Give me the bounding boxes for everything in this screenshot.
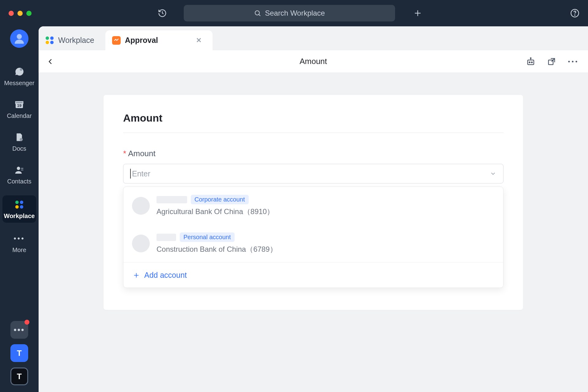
- rail-tile-tenant[interactable]: T: [10, 368, 28, 385]
- back-button[interactable]: [47, 57, 54, 66]
- account-name-placeholder: [156, 196, 187, 203]
- account-bank-line: Agricultural Bank Of China（8910）: [156, 207, 274, 217]
- window-controls: [9, 11, 32, 16]
- amount-input[interactable]: [132, 169, 490, 178]
- rail-item-contacts[interactable]: Contacts: [0, 163, 39, 187]
- notification-badge: [24, 320, 29, 325]
- minimize-window-button[interactable]: [17, 11, 23, 16]
- tile-letter: T: [17, 349, 22, 358]
- rail-label: Calendar: [7, 112, 32, 119]
- docs-icon: [15, 132, 24, 143]
- account-option[interactable]: Corporate account Agricultural Bank Of C…: [123, 187, 503, 224]
- content-pane: Workplace Approval ✕ Amount: [39, 26, 588, 392]
- chevron-down-icon[interactable]: [490, 170, 496, 177]
- svg-point-12: [20, 138, 23, 141]
- card-heading: Amount: [123, 112, 503, 133]
- calendar-date-badge: 19: [17, 103, 21, 108]
- account-option[interactable]: Personal account Construction Bank of Ch…: [123, 224, 503, 262]
- new-tab-button[interactable]: [413, 9, 422, 17]
- amount-input-wrap[interactable]: [123, 164, 503, 183]
- tab-label: Workplace: [58, 36, 94, 45]
- svg-line-1: [162, 13, 164, 14]
- svg-rect-14: [21, 168, 23, 169]
- bot-icon[interactable]: [526, 57, 535, 66]
- account-avatar: [132, 197, 150, 215]
- account-avatar: [132, 235, 150, 252]
- svg-point-24: [575, 61, 577, 62]
- account-type-badge: Personal account: [180, 232, 235, 242]
- tab-strip: Workplace Approval ✕: [39, 26, 588, 50]
- svg-rect-16: [528, 60, 534, 65]
- help-icon[interactable]: [570, 9, 579, 18]
- rail-item-docs[interactable]: Docs: [0, 130, 39, 154]
- text-caret: [130, 169, 131, 179]
- required-asterisk: *: [123, 149, 126, 158]
- page-body: Amount *Amount: [39, 73, 588, 392]
- form-card: Amount *Amount: [104, 95, 523, 310]
- add-account-label: Add account: [144, 271, 187, 280]
- more-icon: •••: [13, 233, 25, 244]
- rail-label: Messenger: [4, 80, 35, 87]
- profile-avatar[interactable]: [10, 29, 28, 48]
- account-dropdown: Corporate account Agricultural Bank Of C…: [123, 187, 503, 288]
- open-external-icon[interactable]: [547, 57, 556, 66]
- messenger-icon: [14, 66, 24, 77]
- svg-rect-15: [21, 170, 23, 171]
- maximize-window-button[interactable]: [26, 11, 32, 16]
- add-account-button[interactable]: ＋ Add account: [123, 262, 503, 288]
- svg-point-22: [568, 61, 570, 62]
- page-header: Amount: [39, 50, 588, 73]
- field-label-text: Amount: [128, 149, 156, 158]
- close-window-button[interactable]: [9, 11, 14, 16]
- search-placeholder: Search Workplace: [265, 9, 325, 17]
- tab-approval[interactable]: Approval ✕: [105, 30, 213, 50]
- svg-point-23: [572, 61, 573, 62]
- rail-item-more[interactable]: ••• More: [0, 231, 39, 255]
- svg-line-3: [259, 15, 261, 16]
- contacts-icon: [14, 164, 24, 175]
- rail-tile-app-t[interactable]: T: [10, 344, 28, 362]
- rail-label: More: [12, 247, 26, 254]
- more-actions-icon[interactable]: [568, 60, 578, 63]
- rail-item-messenger[interactable]: Messenger: [0, 64, 39, 89]
- svg-point-7: [575, 15, 575, 16]
- workplace-icon: [15, 199, 23, 210]
- tab-label: Approval: [125, 36, 158, 45]
- account-bank-line: Construction Bank of China（6789）: [156, 244, 277, 254]
- amount-field: *Amount: [123, 149, 503, 288]
- left-rail: Messenger 19 Calendar Docs Contacts: [0, 26, 39, 392]
- rail-item-workplace[interactable]: Workplace: [2, 195, 36, 223]
- rail-item-calendar[interactable]: 19 Calendar: [0, 97, 39, 121]
- close-tab-button[interactable]: ✕: [196, 36, 202, 44]
- rail-label: Contacts: [7, 178, 32, 185]
- calendar-icon: 19: [14, 99, 24, 110]
- svg-point-9: [20, 68, 22, 71]
- rail-label: Workplace: [4, 213, 35, 220]
- rail-tile-notifications[interactable]: •••: [10, 321, 28, 339]
- history-icon[interactable]: [158, 9, 167, 18]
- workplace-icon: [45, 36, 54, 45]
- svg-point-13: [17, 167, 20, 170]
- plus-icon: ＋: [132, 269, 141, 281]
- account-name-placeholder: [156, 234, 176, 241]
- field-label: *Amount: [123, 149, 503, 158]
- page-title: Amount: [300, 57, 327, 66]
- search-icon: [254, 9, 261, 17]
- svg-point-2: [255, 11, 259, 15]
- approval-icon: [112, 36, 121, 45]
- rail-label: Docs: [12, 145, 26, 152]
- tab-workplace[interactable]: Workplace: [39, 30, 105, 50]
- svg-point-18: [531, 62, 532, 62]
- svg-point-20: [530, 58, 531, 58]
- global-search[interactable]: Search Workplace: [184, 5, 395, 21]
- account-type-badge: Corporate account: [191, 195, 249, 204]
- svg-point-17: [529, 62, 530, 62]
- svg-point-8: [17, 34, 22, 39]
- titlebar: Search Workplace: [0, 0, 588, 26]
- tile-letter: T: [17, 372, 22, 381]
